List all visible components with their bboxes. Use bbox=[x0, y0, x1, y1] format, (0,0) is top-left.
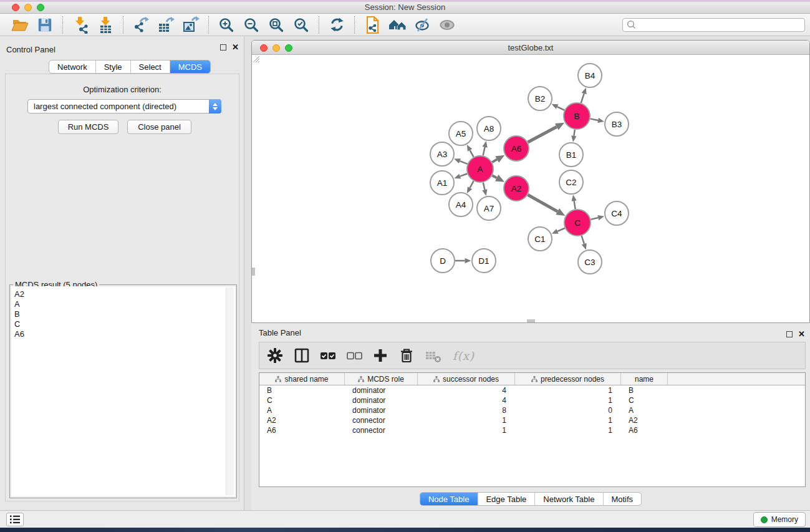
tab-network-table[interactable]: Network Table bbox=[535, 493, 603, 505]
edge-A-A5[interactable] bbox=[470, 150, 474, 157]
memory-button[interactable]: Memory bbox=[753, 512, 806, 527]
network-canvas[interactable]: AA1A2A3A4A5A6A7A8BB1B2B3B4CC1C2C3C4DD1 bbox=[252, 55, 809, 322]
column-header-predecessor-nodes[interactable]: predecessor nodes bbox=[515, 373, 621, 385]
network-window-titlebar[interactable]: testGlobe.txt bbox=[252, 41, 809, 55]
edge-B-B4[interactable] bbox=[581, 94, 584, 103]
close-panel-button[interactable]: Close panel bbox=[127, 120, 191, 134]
home-button[interactable] bbox=[385, 15, 410, 35]
edge-A2-C[interactable] bbox=[528, 195, 557, 211]
close-table-panel-icon[interactable]: ✕ bbox=[798, 331, 805, 338]
table-row[interactable]: Bdominator41B bbox=[259, 385, 805, 395]
edge-A-A2[interactable] bbox=[492, 175, 496, 178]
criterion-dropdown[interactable]: largest connected component (directed) bbox=[27, 99, 221, 114]
open-network-file-button[interactable] bbox=[360, 15, 385, 35]
graph-node-C4[interactable]: C4 bbox=[605, 201, 629, 225]
deselect-all-button[interactable] bbox=[347, 349, 362, 362]
create-column-button[interactable] bbox=[373, 348, 388, 363]
toggle-annotations-button[interactable] bbox=[410, 15, 435, 35]
run-mcds-button[interactable]: Run MCDS bbox=[58, 120, 118, 134]
horizontal-scroll-indicator[interactable] bbox=[527, 319, 535, 322]
export-table-button[interactable] bbox=[153, 15, 178, 35]
graph-node-B3[interactable]: B3 bbox=[605, 112, 629, 136]
graph-node-B2[interactable]: B2 bbox=[528, 87, 552, 110]
optimization-criterion-label: Optimization criterion: bbox=[6, 85, 239, 94]
export-network-button[interactable] bbox=[128, 15, 153, 35]
tab-node-table[interactable]: Node Table bbox=[420, 493, 478, 505]
graph-node-A[interactable]: A bbox=[467, 156, 493, 182]
application-window: Session: New Session bbox=[0, 0, 810, 532]
zoom-fit-button[interactable] bbox=[264, 15, 289, 35]
delete-columns-button[interactable] bbox=[398, 347, 415, 364]
table-settings-button[interactable] bbox=[267, 347, 283, 364]
graph-node-A2[interactable]: A2 bbox=[504, 176, 529, 201]
open-session-button[interactable] bbox=[7, 15, 32, 35]
graph-node-A7[interactable]: A7 bbox=[477, 196, 501, 220]
zoom-selected-button[interactable] bbox=[289, 15, 314, 35]
task-history-button[interactable] bbox=[6, 513, 24, 526]
graph-node-C1[interactable]: C1 bbox=[528, 227, 552, 251]
graph-node-D[interactable]: D bbox=[431, 249, 455, 273]
column-view-button[interactable] bbox=[294, 347, 310, 364]
edge-A6-B[interactable] bbox=[528, 127, 557, 142]
table-row[interactable]: A6connector11A6 bbox=[259, 425, 805, 435]
edge-C-C4[interactable] bbox=[591, 218, 598, 220]
import-network-button[interactable] bbox=[68, 15, 93, 35]
result-scrollbar[interactable] bbox=[226, 288, 234, 495]
float-panel-icon[interactable] bbox=[220, 44, 226, 51]
graph-node-A4[interactable]: A4 bbox=[449, 193, 473, 216]
edge-A-A7[interactable] bbox=[483, 182, 485, 190]
tab-mcds[interactable]: MCDS bbox=[170, 60, 210, 73]
graph-node-C3[interactable]: C3 bbox=[578, 250, 602, 274]
graph-node-C[interactable]: C bbox=[564, 210, 591, 236]
edge-B-B2[interactable] bbox=[557, 107, 565, 110]
graph-node-A8[interactable]: A8 bbox=[477, 117, 501, 140]
graph-node-B1[interactable]: B1 bbox=[559, 143, 583, 167]
table-row[interactable]: A2connector11A2 bbox=[259, 415, 805, 425]
graph-node-A1[interactable]: A1 bbox=[430, 171, 454, 195]
toolbar-search-field[interactable] bbox=[622, 18, 805, 32]
close-panel-icon[interactable]: ✕ bbox=[232, 44, 239, 51]
tab-network[interactable]: Network bbox=[49, 60, 96, 73]
edge-A-A1[interactable] bbox=[460, 173, 468, 176]
column-header-shared-name[interactable]: shared name bbox=[259, 373, 345, 385]
graph-node-B4[interactable]: B4 bbox=[578, 64, 602, 87]
table-row[interactable]: Adominator80A bbox=[259, 405, 805, 415]
network-view-window: testGlobe.txt AA1A2A3A4A5A6A7A8BB1B2B3B4… bbox=[251, 40, 810, 323]
graph-node-D1[interactable]: D1 bbox=[472, 249, 496, 273]
vertical-scroll-indicator[interactable] bbox=[252, 268, 255, 276]
graph-node-A6[interactable]: A6 bbox=[504, 136, 529, 161]
graph-node-B[interactable]: B bbox=[564, 103, 590, 129]
edge-B-B3[interactable] bbox=[591, 118, 599, 120]
select-all-button[interactable] bbox=[321, 349, 336, 362]
table-row[interactable]: Cdominator41C bbox=[259, 395, 805, 405]
import-table-button[interactable] bbox=[93, 15, 118, 35]
column-header-successor-nodes[interactable]: successor nodes bbox=[418, 373, 515, 385]
graph-node-A3[interactable]: A3 bbox=[430, 142, 454, 166]
float-table-panel-icon[interactable] bbox=[786, 331, 793, 337]
edge-C-C1[interactable] bbox=[557, 228, 565, 231]
edge-A-A3[interactable] bbox=[460, 161, 467, 164]
edge-C-C2[interactable] bbox=[574, 201, 576, 209]
tab-style[interactable]: Style bbox=[96, 60, 131, 73]
graph-node-C2[interactable]: C2 bbox=[559, 170, 583, 194]
column-header-MCDS-role[interactable]: MCDS role bbox=[345, 373, 418, 385]
edge-B-B1[interactable] bbox=[574, 130, 574, 136]
zoom-in-button[interactable] bbox=[214, 15, 239, 35]
resize-grip-icon[interactable] bbox=[252, 55, 260, 63]
screen-top-edge bbox=[0, 0, 810, 2]
edge-A-A6[interactable] bbox=[492, 160, 497, 163]
edge-A-A4[interactable] bbox=[470, 181, 474, 188]
save-session-button[interactable] bbox=[32, 15, 57, 35]
export-image-button[interactable] bbox=[178, 15, 203, 35]
refresh-view-button[interactable] bbox=[324, 15, 349, 35]
tab-select[interactable]: Select bbox=[131, 60, 170, 73]
edge-C-C3[interactable] bbox=[582, 236, 584, 244]
graph-node-A5[interactable]: A5 bbox=[449, 122, 473, 145]
zoom-out-button[interactable] bbox=[239, 15, 264, 35]
search-input[interactable] bbox=[638, 19, 804, 31]
tab-edge-table[interactable]: Edge Table bbox=[478, 493, 535, 505]
tab-motifs[interactable]: Motifs bbox=[603, 493, 641, 505]
show-graphics-details-button[interactable] bbox=[435, 15, 460, 35]
edge-A-A8[interactable] bbox=[483, 147, 485, 156]
column-header-name[interactable]: name bbox=[621, 373, 668, 385]
